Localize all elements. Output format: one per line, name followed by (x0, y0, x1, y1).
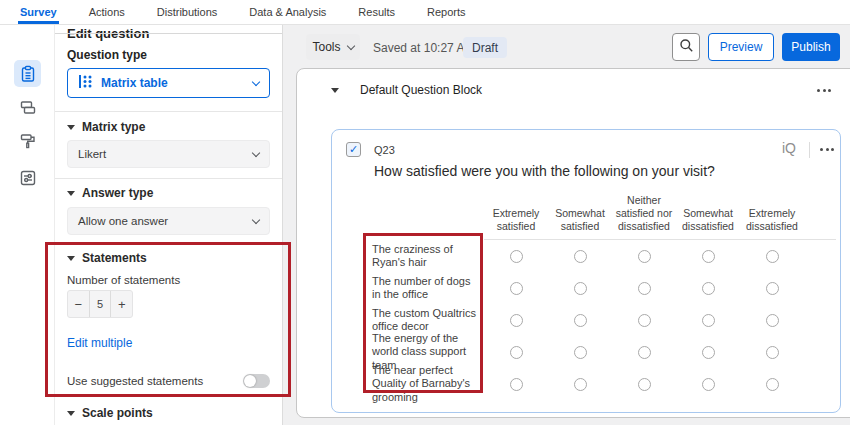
matrix-row: The craziness of Ryan's hair (372, 240, 832, 272)
chevron-down-icon (252, 215, 260, 223)
statement-label[interactable]: The number of dogs in the office (372, 275, 484, 302)
radio-button[interactable] (702, 314, 715, 327)
column-header[interactable]: Somewhat dissatisfied (676, 207, 740, 239)
left-icon-rail (0, 25, 55, 425)
radio-button[interactable] (638, 250, 651, 263)
preview-button[interactable]: Preview (708, 33, 774, 61)
chevron-down-icon (346, 41, 354, 49)
draft-status-badge: Draft (463, 37, 507, 58)
radio-button[interactable] (574, 378, 587, 391)
statement-label[interactable]: The custom Qualtrics office decor (372, 307, 484, 334)
blocks-icon (19, 98, 37, 116)
block-options-menu[interactable] (817, 89, 831, 92)
section-divider (55, 242, 282, 243)
radio-button[interactable] (638, 282, 651, 295)
paint-roller-icon (19, 132, 37, 150)
nav-tab-survey[interactable]: Survey (18, 0, 59, 24)
statement-count-value[interactable]: 5 (89, 291, 112, 317)
radio-button[interactable] (766, 346, 779, 359)
question-text[interactable]: How satisfied were you with the followin… (374, 163, 715, 179)
radio-button[interactable] (638, 378, 651, 391)
radio-button[interactable] (510, 314, 523, 327)
question-checkbox[interactable]: ✓ (346, 142, 361, 157)
question-options-menu[interactable] (820, 148, 834, 151)
statement-label[interactable]: The craziness of Ryan's hair (372, 243, 484, 270)
decrease-count-button[interactable]: − (68, 291, 89, 317)
toggle-knob (244, 375, 256, 387)
radio-button[interactable] (574, 346, 587, 359)
answer-type-label: Answer type (82, 186, 153, 200)
radio-button[interactable] (638, 314, 651, 327)
radio-button[interactable] (702, 378, 715, 391)
chevron-down-icon (252, 148, 260, 156)
vertical-divider (809, 142, 810, 158)
radio-button[interactable] (574, 314, 587, 327)
radio-button[interactable] (510, 378, 523, 391)
tools-menu-button[interactable]: Tools (306, 34, 360, 60)
edit-question-panel: Edit question Question type Matrix table… (55, 25, 283, 425)
radio-button[interactable] (766, 314, 779, 327)
search-button[interactable] (672, 33, 700, 61)
tools-label: Tools (312, 40, 340, 54)
radio-button[interactable] (702, 346, 715, 359)
look-and-feel-button[interactable] (14, 127, 41, 154)
question-card-q23[interactable]: ✓ Q23 iQ How satisfied were you with the… (331, 129, 841, 413)
radio-button[interactable] (766, 250, 779, 263)
nav-tab-results[interactable]: Results (356, 0, 397, 24)
question-type-select[interactable]: Matrix table (67, 68, 270, 98)
section-divider (55, 111, 282, 112)
column-header[interactable]: Somewhat satisfied (548, 207, 612, 239)
radio-button[interactable] (638, 346, 651, 359)
survey-canvas: Tools Saved at 10:27 AM Draft Preview Pu… (283, 25, 850, 425)
nav-tab-distributions[interactable]: Distributions (155, 0, 220, 24)
block-collapse-caret-icon[interactable] (331, 88, 339, 93)
statement-label[interactable]: The near perfect Quality of Barnaby's gr… (372, 364, 484, 405)
column-header[interactable]: Neither satisfied nor dissatisfied (612, 194, 676, 239)
statements-section-header[interactable]: Statements (67, 251, 270, 265)
section-divider (55, 178, 282, 179)
radio-button[interactable] (510, 346, 523, 359)
nav-tab-actions[interactable]: Actions (87, 0, 127, 24)
radio-button[interactable] (766, 282, 779, 295)
column-header[interactable]: Extremely dissatisfied (740, 207, 804, 239)
edit-multiple-link[interactable]: Edit multiple (67, 336, 270, 350)
nav-tab-data-analysis[interactable]: Data & Analysis (247, 0, 328, 24)
column-header[interactable]: Extremely satisfied (484, 207, 548, 239)
matrix-row: The near perfect Quality of Barnaby's gr… (372, 368, 832, 400)
answer-type-value: Allow one answer (78, 215, 168, 227)
radio-button[interactable] (574, 250, 587, 263)
matrix-type-select[interactable]: Likert (67, 140, 270, 168)
collapse-caret-icon (67, 125, 75, 130)
statements-label: Statements (82, 251, 147, 265)
radio-button[interactable] (510, 250, 523, 263)
radio-button[interactable] (702, 250, 715, 263)
collapse-caret-icon (67, 256, 75, 261)
radio-button[interactable] (510, 282, 523, 295)
suggested-statements-row: Use suggested statements (67, 374, 270, 388)
number-of-statements-label: Number of statements (67, 274, 270, 286)
iq-button[interactable]: iQ (782, 140, 796, 156)
radio-button[interactable] (702, 282, 715, 295)
suggested-statements-toggle[interactable] (243, 374, 270, 388)
radio-button[interactable] (766, 378, 779, 391)
use-suggested-statements-label: Use suggested statements (67, 375, 203, 387)
survey-flow-button[interactable] (14, 93, 41, 120)
answer-type-section-header[interactable]: Answer type (67, 186, 270, 200)
survey-options-button[interactable] (14, 164, 41, 191)
collapse-caret-icon (67, 191, 75, 196)
settings-sliders-icon (19, 169, 37, 187)
panel-scroll-divider (55, 33, 282, 34)
matrix-type-value: Likert (78, 148, 106, 160)
publish-button[interactable]: Publish (782, 33, 840, 61)
scale-points-section-header[interactable]: Scale points (67, 406, 270, 420)
radio-button[interactable] (574, 282, 587, 295)
question-type-value: Matrix table (101, 76, 168, 90)
nav-tab-reports[interactable]: Reports (425, 0, 468, 24)
matrix-type-label: Matrix type (82, 120, 145, 134)
builder-tab-button[interactable] (14, 60, 41, 87)
increase-count-button[interactable]: + (111, 291, 132, 317)
answer-type-select[interactable]: Allow one answer (67, 207, 270, 235)
matrix-row: The number of dogs in the office (372, 272, 832, 304)
chevron-down-icon (252, 77, 260, 85)
matrix-type-section-header[interactable]: Matrix type (67, 120, 270, 134)
